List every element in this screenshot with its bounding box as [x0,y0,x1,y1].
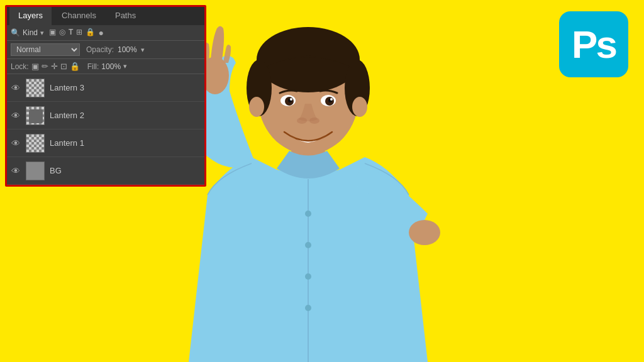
layer-name-bg: BG [50,166,62,175]
layer-thumbnail-bg [26,162,45,180]
svg-point-21 [305,305,311,311]
lock-icon-artboard[interactable]: ⊡ [60,62,67,71]
svg-point-13 [290,98,292,101]
layer-name-lantern1: Lantern 1 [50,138,84,148]
svg-point-18 [305,211,311,217]
visibility-icon-lantern1[interactable]: 👁 [11,138,21,148]
ps-logo-text: Ps [572,22,616,67]
tab-layers[interactable]: Layers [9,7,52,25]
filter-icon-type[interactable]: T [69,28,73,38]
fill-value: 100% [101,62,121,71]
layer-name-lantern2: Lantern 2 [50,111,84,120]
opacity-label: Opacity: [86,45,114,54]
filter-icon-shape[interactable]: ⊞ [76,28,82,38]
tab-bar: Layers Channels Paths [7,7,204,25]
visibility-icon-lantern2[interactable]: 👁 [11,111,21,121]
blend-mode-select[interactable]: Normal Multiply Screen [11,43,80,56]
lock-icon-all[interactable]: 🔒 [70,62,80,71]
svg-point-14 [330,98,333,101]
search-icon: 🔍 [11,28,20,37]
filter-icon-dot[interactable]: ● [98,28,103,38]
photoshop-logo: Ps [559,11,628,77]
kind-dropdown-arrow[interactable]: ▾ [40,29,44,37]
blend-mode-row: Normal Multiply Screen Opacity: 100% ▾ [7,41,204,59]
lock-icons: ▣ ✏ ✛ ⊡ 🔒 [31,62,80,71]
svg-point-5 [249,97,264,117]
fill-dropdown[interactable]: ▾ [123,62,127,70]
visibility-icon-bg[interactable]: 👁 [11,166,21,176]
layer-row-lantern1[interactable]: 👁 Lantern 1 [7,129,204,157]
filter-icons: ▣ ◎ T ⊞ 🔒 ● [49,28,104,38]
tab-paths[interactable]: Paths [106,7,145,25]
svg-point-19 [305,242,311,248]
opacity-value: 100% [118,45,137,54]
lock-label: Lock: [11,62,29,71]
filter-icon-adjust[interactable]: ◎ [59,28,65,38]
svg-point-16 [309,118,319,124]
lock-row: Lock: ▣ ✏ ✛ ⊡ 🔒 Fill: 100% ▾ [7,59,204,74]
layer-row-lantern3[interactable]: 👁 Lantern 3 [7,74,204,102]
svg-point-15 [297,118,307,124]
lock-icon-draw[interactable]: ✏ [42,62,48,71]
layer-thumbnail-lantern3 [26,79,45,97]
layer-thumbnail-lantern2 [26,106,45,125]
lock-icon-pixel[interactable]: ▣ [31,62,39,71]
lock-icon-move[interactable]: ✛ [51,62,58,71]
visibility-icon-lantern3[interactable]: 👁 [11,83,21,93]
svg-point-2 [257,27,360,92]
fill-label: Fill: [87,62,99,71]
opacity-dropdown[interactable]: ▾ [141,46,145,54]
layer-row-bg[interactable]: 👁 BG [7,157,204,185]
filter-icon-smart[interactable]: 🔒 [86,28,95,38]
svg-point-23 [409,220,440,245]
layer-thumbnail-lantern1 [26,134,45,153]
layer-row-lantern2[interactable]: 👁 Lantern 2 [7,102,204,129]
filter-row: 🔍 Kind ▾ ▣ ◎ T ⊞ 🔒 ● [7,25,204,41]
kind-label: Kind [23,28,38,37]
layers-panel: Layers Channels Paths 🔍 Kind ▾ ▣ ◎ T ⊞ 🔒… [5,5,206,187]
filter-icon-pixel[interactable]: ▣ [49,28,56,38]
tab-channels[interactable]: Channels [53,7,105,25]
svg-point-6 [352,97,367,117]
svg-point-20 [305,273,311,280]
layer-name-lantern3: Lantern 3 [50,83,84,92]
